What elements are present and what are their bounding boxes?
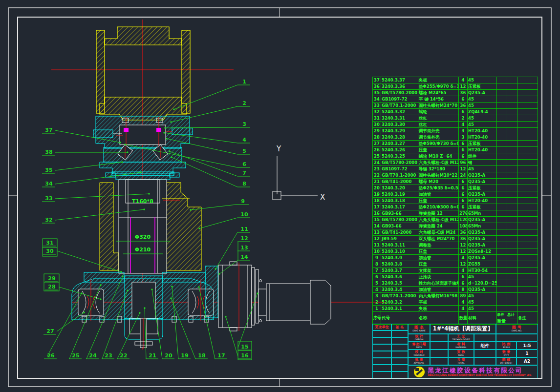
- bom-cell-unit: [497, 128, 507, 134]
- bom-cell-name: 蜗轮 M10 Z=64: [418, 153, 459, 160]
- bom-header-material: 材料: [468, 312, 497, 325]
- bom-cell-qty: 6: [459, 179, 468, 185]
- bom-header-row: 序号 代号 名称 数量 材料 单件 总计 重量 备注: [373, 312, 538, 325]
- bom-cell-code: GB1097-72: [381, 166, 418, 172]
- callout-label: 16: [241, 352, 249, 359]
- bom-cell-total: [507, 141, 517, 147]
- bom-cell-total: [507, 166, 517, 172]
- callout-label: 15: [241, 344, 248, 350]
- bom-cell-no: 25: [373, 153, 381, 160]
- bom-cell-material: Q235-A: [468, 90, 497, 96]
- bom-cell-unit: [497, 274, 507, 280]
- bom-cell-unit: [497, 306, 507, 312]
- bom-cell-remark: [517, 83, 538, 90]
- bom-cell-material: 65Mn: [468, 210, 497, 217]
- callout-label: 5: [242, 148, 246, 154]
- callout-label: 31: [46, 240, 53, 246]
- bom-cell-material: 压紧板: [468, 83, 497, 90]
- callout-label: 10: [240, 211, 248, 218]
- company-name-cn: 黑龙江橡胶设备科技有限公司: [428, 367, 532, 374]
- bom-cell-name: 导键 32*180: [418, 166, 459, 172]
- bom-cell-total: [507, 134, 517, 141]
- bom-cell-no: 5: [373, 280, 381, 287]
- bom-cell-name: 平 键 14*56: [418, 96, 459, 103]
- bom-cell-total: [507, 185, 517, 191]
- material-en: MATERIAL: [455, 346, 467, 349]
- date-label: 修改日期: [412, 342, 426, 346]
- bom-cell-name: 止推块: [418, 274, 459, 280]
- bom-cell-no: 6: [373, 274, 381, 280]
- bom-cell-unit: [497, 280, 507, 287]
- callout-label: 25: [72, 352, 79, 359]
- bom-cell-code: GB93-66: [381, 223, 418, 229]
- bom-cell-material: 45: [468, 96, 497, 103]
- bom-cell-material: 45: [468, 103, 497, 109]
- total-en: TOTAL: [457, 362, 465, 365]
- bom-cell-code: GB/T5780-2000: [381, 160, 418, 166]
- bom-cell-remark: [517, 96, 538, 103]
- bom-row: 34GB1097-72平 键 14*56645: [373, 96, 538, 103]
- bom-cell-unit: [497, 147, 507, 153]
- callout-label: 11: [240, 226, 248, 232]
- bom-cell-qty: 6: [459, 198, 468, 204]
- bom-cell-code: 5240.3.19: [381, 191, 418, 198]
- bom-row: 24GB/T5780-2000六角头螺栓-C级 M12X5596钢: [373, 160, 538, 166]
- callout-label: 2: [242, 100, 246, 106]
- bom-cell-remark: [517, 261, 538, 268]
- bom-cell-total: [507, 179, 517, 185]
- bom-row: 75240.3.7支撑架4HT30-54: [373, 268, 538, 274]
- bom-cell-unit: [497, 115, 507, 122]
- bom-cell-no: 10: [373, 248, 381, 255]
- bom-cell-code: GB/T41-2000: [381, 179, 418, 185]
- bom-cell-total: [507, 268, 517, 274]
- callout-label: 28: [48, 284, 55, 290]
- callout-label: 34: [45, 181, 53, 187]
- screw-column: [100, 172, 201, 273]
- bom-cell-no: 4: [373, 287, 381, 293]
- bom-cell-material: HT20-40: [468, 198, 497, 204]
- bom-cell-unit: [497, 109, 507, 115]
- bom-cell-code: 3240.3.30: [381, 122, 418, 128]
- bom-cell-no: 19: [373, 191, 381, 198]
- bom-cell-total: [507, 90, 517, 96]
- bom-cell-code: 5240.3.7: [381, 268, 418, 274]
- bom-cell-unit: [497, 141, 507, 147]
- bom-cell-qty: 6: [459, 96, 468, 103]
- bom-row: 173240.3.17垫Φ210/Φ300 δ=0.56压紧板: [373, 204, 538, 210]
- bom-row: 23GB1097-72导键 32*1801245: [373, 166, 538, 172]
- bom-cell-remark: [517, 236, 538, 242]
- leader-line: [215, 232, 237, 269]
- bom-cell-unit: [497, 179, 507, 185]
- nut-detail: [124, 128, 129, 132]
- bom-cell-material: 45: [468, 122, 497, 128]
- bom-cell-code: 3240.3.4: [381, 287, 418, 293]
- bom-row: 115240.3.11调整垫12Q235-A: [373, 242, 538, 248]
- page-en: PAGE: [458, 354, 464, 357]
- callout-label: 17: [217, 352, 225, 359]
- bom-cell-material: 45: [468, 274, 497, 280]
- leader-line: [172, 157, 237, 187]
- ucs-icon: Y X: [273, 144, 325, 202]
- bom-cell-qty: 6: [459, 191, 468, 198]
- bom-cell-remark: [517, 109, 538, 115]
- bom-cell-qty: 120: [459, 217, 468, 223]
- callout-label: 32: [45, 217, 52, 223]
- bom-cell-total: [507, 306, 517, 312]
- bom-cell-total: [507, 217, 517, 223]
- bom-cell-unit: [497, 153, 507, 160]
- bom-cell-unit: [497, 268, 507, 274]
- bom-row: 35GB/T5780-2000螺栓 M24*6536Q235-A: [373, 90, 538, 96]
- bom-cell-name: 圆柱头螺钉M24*70: [418, 103, 459, 109]
- bom-row: 3GB/T70.1-2000内六角螺钉M16*988945: [373, 293, 538, 299]
- bom-cell-total: [507, 96, 517, 103]
- bom-cell-code: 5240.3.26: [381, 147, 418, 153]
- bom-cell-qty: 6: [459, 109, 468, 115]
- bom-cell-no: 35: [373, 90, 381, 96]
- bom-cell-material: Q235-A: [468, 191, 497, 198]
- bom-cell-code: GB/T70.1-2000: [381, 172, 418, 179]
- bom-cell-remark: [517, 287, 538, 293]
- bom-cell-no: 23: [373, 166, 381, 172]
- bom-cell-unit: [497, 198, 507, 204]
- bom-cell-total: [507, 210, 517, 217]
- material-value: 组件: [481, 343, 490, 349]
